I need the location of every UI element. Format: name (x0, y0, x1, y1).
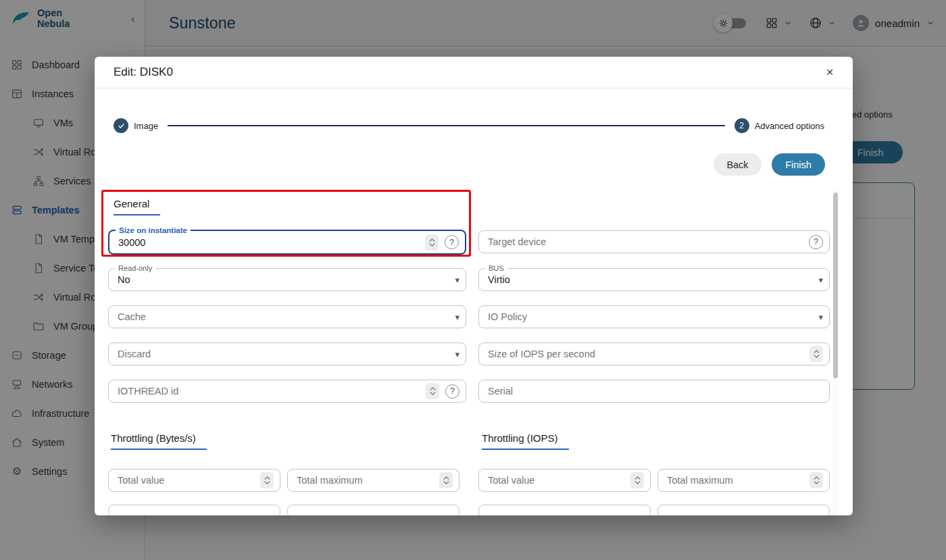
field-bytes-total-value[interactable] (108, 469, 280, 492)
dropdown-arrow-icon: ▾ (455, 349, 459, 359)
target-device-input[interactable] (488, 236, 803, 247)
modal-body: General Size on instantiate ? ? (95, 189, 853, 515)
step2-circle[interactable]: 2 (735, 118, 749, 133)
field-iops-total-maximum[interactable] (657, 469, 830, 492)
chevron-down-icon (430, 392, 436, 395)
finish-button[interactable]: Finish (772, 153, 825, 176)
chevron-down-icon (634, 481, 641, 484)
field-size-on-instantiate[interactable]: Size on instantiate ? (108, 230, 466, 255)
close-button[interactable]: ✕ (822, 64, 838, 80)
chevron-up-icon (429, 238, 435, 242)
field-partial-input[interactable] (287, 505, 459, 515)
step2-label: Advanced options (755, 121, 824, 131)
io-policy-placeholder: IO Policy (488, 311, 527, 322)
chevron-down-icon (264, 481, 270, 484)
iothread-id-input[interactable] (118, 386, 420, 397)
field-label: Size on instantiate (116, 226, 191, 235)
field-partial-input[interactable] (108, 505, 280, 515)
bytes-total-maximum-input[interactable] (297, 475, 434, 486)
help-icon[interactable]: ? (445, 235, 459, 249)
field-discard[interactable]: Discard ▾ (108, 342, 466, 365)
number-stepper[interactable] (630, 472, 644, 488)
field-serial[interactable] (478, 380, 830, 403)
field-target-device[interactable]: ? (478, 230, 830, 253)
back-button[interactable]: Back (714, 153, 762, 176)
edit-disk-modal: Edit: DISK0 ✕ Image 2 Advanced options B… (95, 57, 853, 515)
chevron-down-icon (429, 243, 435, 247)
dropdown-arrow-icon: ▾ (818, 312, 823, 322)
close-icon: ✕ (826, 67, 834, 78)
chevron-down-icon (814, 355, 820, 358)
modal-scrollbar-track[interactable] (832, 190, 839, 515)
cache-placeholder: Cache (118, 311, 146, 322)
discard-placeholder: Discard (118, 349, 151, 359)
size-on-instantiate-input[interactable] (118, 237, 420, 248)
field-bus[interactable]: BUS Virtio ▾ (478, 268, 830, 291)
chevron-up-icon (443, 476, 449, 480)
chevron-down-icon (443, 481, 449, 484)
size-iops-input[interactable] (488, 349, 804, 359)
number-stepper[interactable] (810, 346, 823, 362)
bus-value: Virtio (488, 274, 510, 285)
chevron-up-icon (430, 387, 436, 390)
bytes-total-value-input[interactable] (118, 475, 255, 486)
field-partial-input[interactable] (478, 505, 651, 515)
modal-title: Edit: DISK0 (114, 66, 173, 79)
chevron-up-icon (264, 476, 270, 480)
check-icon (117, 122, 126, 130)
field-read-only[interactable]: Read-only No ▾ (108, 268, 466, 291)
field-iops-total-value[interactable] (478, 469, 651, 492)
number-stepper[interactable] (810, 472, 823, 488)
wizard-stepper: Image 2 Advanced options (114, 118, 824, 133)
number-stepper[interactable] (425, 234, 439, 251)
field-cache[interactable]: Cache ▾ (108, 305, 466, 328)
modal-scrollbar-thumb[interactable] (833, 193, 838, 378)
section-throttling-iops: Throttling (IOPS) (482, 432, 569, 450)
serial-input[interactable] (488, 386, 823, 397)
section-throttling-bytes: Throttling (Bytes/s) (111, 432, 207, 450)
stepper-connector (168, 125, 725, 126)
modal-header: Edit: DISK0 ✕ (95, 57, 853, 88)
number-stepper[interactable] (426, 383, 439, 399)
field-label: Read-only (115, 264, 155, 273)
chevron-up-icon (634, 476, 641, 480)
iops-total-maximum-input[interactable] (667, 475, 804, 486)
step1-label: Image (134, 121, 158, 131)
help-icon[interactable]: ? (445, 384, 459, 399)
field-label: BUS (485, 264, 507, 273)
dropdown-arrow-icon: ▾ (818, 275, 823, 285)
step1-check-circle[interactable] (114, 118, 128, 133)
field-partial-input[interactable] (657, 505, 830, 515)
dropdown-arrow-icon: ▾ (455, 312, 459, 322)
field-bytes-total-maximum[interactable] (287, 469, 459, 492)
chevron-up-icon (814, 476, 820, 480)
chevron-up-icon (814, 350, 820, 353)
field-iothread-id[interactable]: ? (108, 380, 466, 403)
wizard-actions: Back Finish (95, 153, 853, 176)
help-icon[interactable]: ? (809, 235, 823, 249)
number-stepper[interactable] (439, 472, 453, 488)
dropdown-arrow-icon: ▾ (455, 275, 459, 285)
chevron-down-icon (814, 481, 820, 484)
read-only-value: No (118, 274, 130, 285)
field-io-policy[interactable]: IO Policy ▾ (478, 305, 830, 328)
section-general: General (114, 198, 160, 215)
field-size-iops[interactable] (478, 342, 830, 365)
number-stepper[interactable] (260, 472, 274, 488)
iops-total-value-input[interactable] (488, 475, 625, 486)
